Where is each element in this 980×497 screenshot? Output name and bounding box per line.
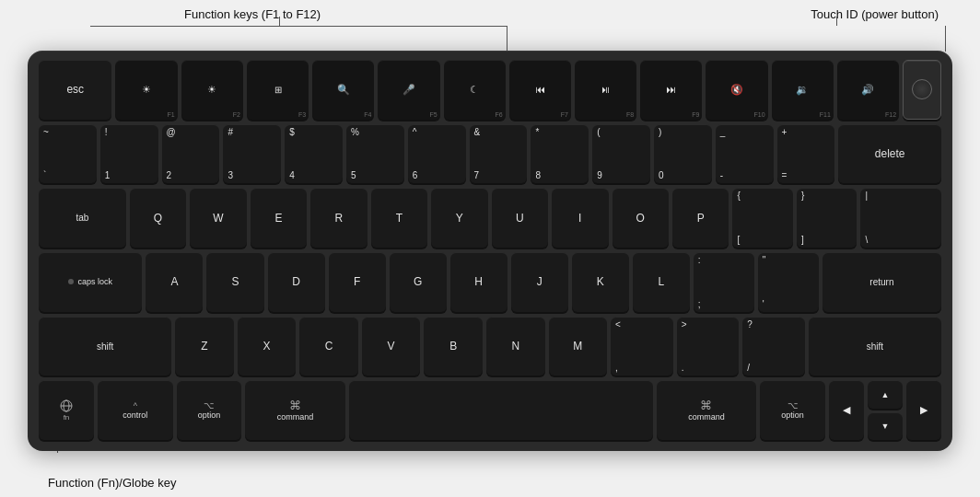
key-5[interactable]: % 5 (346, 124, 404, 184)
key-e[interactable]: E (251, 188, 307, 248)
key-x[interactable]: X (238, 317, 297, 376)
key-arrow-down[interactable]: ▼ (868, 412, 903, 440)
key-f11[interactable]: 🔉 F11 (772, 60, 834, 120)
globe-icon (60, 399, 73, 412)
key-f1-icon: ☀ (142, 84, 151, 96)
key-8[interactable]: * 8 (531, 124, 589, 184)
key-semicolon-bot: ; (698, 299, 701, 309)
key-space[interactable] (349, 380, 653, 440)
key-o[interactable]: O (612, 188, 669, 248)
key-slash[interactable]: ? / (742, 317, 805, 376)
key-f12[interactable]: 🔊 F12 (837, 60, 899, 120)
key-t[interactable]: T (371, 188, 427, 248)
key-i[interactable]: I (552, 188, 608, 248)
key-h[interactable]: H (450, 252, 508, 312)
key-capslock[interactable]: caps lock (39, 252, 142, 312)
key-fn-globe[interactable]: fn (39, 380, 94, 440)
key-q[interactable]: Q (130, 188, 186, 248)
key-tab[interactable]: tab (39, 188, 126, 248)
key-0[interactable]: ) 0 (654, 124, 712, 184)
key-k[interactable]: K (572, 252, 629, 312)
key-command-left-symbol: ⌘ (289, 399, 301, 412)
key-backtick[interactable]: ~ ` (39, 124, 97, 184)
key-shift-right[interactable]: shift (809, 317, 941, 376)
key-f3-num: F3 (298, 111, 306, 118)
key-r[interactable]: R (310, 188, 367, 248)
key-j[interactable]: J (511, 252, 568, 312)
key-f7-icon: ⏮ (535, 84, 545, 95)
key-f1-num: F1 (168, 111, 175, 118)
key-command-right-label: command (688, 412, 725, 422)
key-m[interactable]: M (549, 317, 608, 376)
key-esc[interactable]: esc (39, 60, 111, 120)
key-6-top: ^ (413, 127, 417, 137)
key-f2[interactable]: ☀ F2 (181, 60, 243, 120)
key-a[interactable]: A (146, 252, 203, 312)
key-g[interactable]: G (390, 252, 447, 312)
key-s[interactable]: S (206, 252, 263, 312)
bottom-row: fn ^ control ⌥ option ⌘ command ⌘ (39, 380, 941, 440)
key-command-left[interactable]: ⌘ command (245, 380, 345, 440)
key-7[interactable]: & 7 (470, 124, 528, 184)
key-5-top: % (351, 127, 359, 137)
keyboard-rows: esc ☀ F1 ☀ F2 ⊞ F3 🔍 F4 🎤 F5 (39, 60, 941, 440)
key-v-label: V (388, 340, 395, 353)
key-touchid[interactable] (903, 60, 941, 120)
key-fn-label: fn (64, 413, 70, 422)
key-option-right[interactable]: ⌥ option (760, 380, 825, 440)
key-c[interactable]: C (299, 317, 358, 376)
key-p[interactable]: P (672, 188, 729, 248)
key-period[interactable]: > . (677, 317, 740, 376)
key-f[interactable]: F (329, 252, 386, 312)
key-k-label: K (597, 275, 604, 288)
key-bracket-open[interactable]: { [ (732, 188, 792, 248)
number-row: ~ ` ! 1 @ 2 # 3 $ 4 % 5 (39, 124, 941, 184)
key-minus[interactable]: _ - (716, 124, 774, 184)
key-6[interactable]: ^ 6 (408, 124, 466, 184)
key-f1[interactable]: ☀ F1 (115, 60, 177, 120)
key-w[interactable]: W (190, 188, 246, 248)
key-y[interactable]: Y (431, 188, 487, 248)
key-b-label: B (449, 340, 457, 353)
key-shift-left[interactable]: shift (39, 317, 171, 376)
key-comma[interactable]: < , (611, 317, 673, 376)
key-3[interactable]: # 3 (223, 124, 281, 184)
key-t-label: T (396, 212, 402, 225)
key-2[interactable]: @ 2 (162, 124, 220, 184)
key-delete[interactable]: delete (838, 124, 941, 184)
key-v[interactable]: V (362, 317, 421, 376)
key-bracket-close[interactable]: } ] (797, 188, 857, 248)
key-quote[interactable]: " ' (758, 252, 819, 312)
key-f7[interactable]: ⏮ F7 (509, 60, 571, 120)
key-shift-left-label: shift (97, 341, 113, 352)
key-f9[interactable]: ⏭ F9 (640, 60, 702, 120)
key-n[interactable]: N (486, 317, 545, 376)
key-f10[interactable]: 🔇 F10 (706, 60, 767, 120)
key-f9-icon: ⏭ (666, 84, 676, 95)
key-return[interactable]: return (822, 252, 941, 312)
key-z[interactable]: Z (175, 317, 234, 376)
key-b[interactable]: B (424, 317, 483, 376)
key-semicolon[interactable]: : ; (694, 252, 754, 312)
key-l[interactable]: L (633, 252, 690, 312)
key-d[interactable]: D (268, 252, 325, 312)
key-arrow-right[interactable]: ▶ (906, 380, 941, 440)
key-equals[interactable]: + = (777, 124, 835, 184)
key-command-right-symbol: ⌘ (700, 399, 712, 412)
key-arrow-up[interactable]: ▲ (868, 380, 903, 408)
key-1[interactable]: ! 1 (100, 124, 158, 184)
key-option-left[interactable]: ⌥ option (177, 380, 242, 440)
key-control[interactable]: ^ control (98, 380, 173, 440)
key-command-right[interactable]: ⌘ command (657, 380, 757, 440)
key-f3[interactable]: ⊞ F3 (247, 60, 309, 120)
key-f8[interactable]: ⏯ F8 (575, 60, 636, 120)
key-backslash-bot: \ (865, 235, 868, 245)
key-arrow-left[interactable]: ◀ (829, 380, 864, 440)
key-9[interactable]: ( 9 (592, 124, 650, 184)
key-f5[interactable]: 🎤 F5 (378, 60, 439, 120)
key-backslash[interactable]: | \ (860, 188, 941, 248)
key-4[interactable]: $ 4 (285, 124, 343, 184)
key-f6[interactable]: ☾ F6 (444, 60, 506, 120)
key-u[interactable]: U (492, 188, 548, 248)
key-f4[interactable]: 🔍 F4 (312, 60, 374, 120)
